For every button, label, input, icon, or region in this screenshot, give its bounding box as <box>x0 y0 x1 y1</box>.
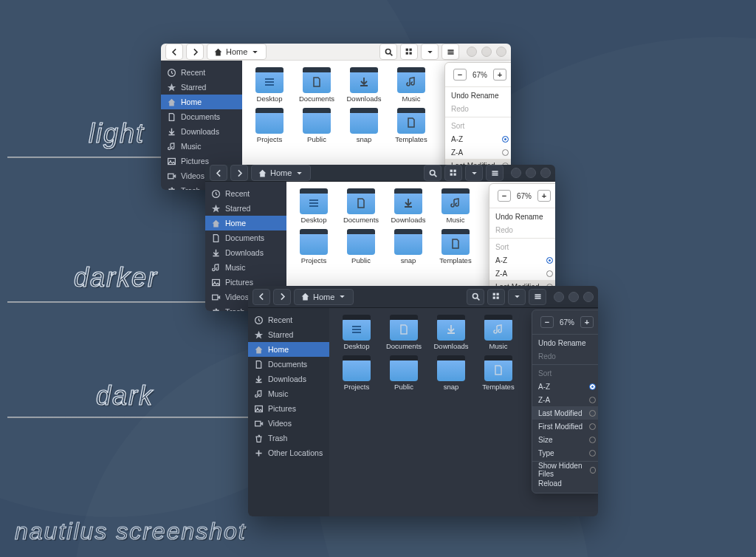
search-button[interactable] <box>467 289 484 305</box>
folder-item[interactable]: Documents <box>385 314 422 350</box>
search-button[interactable] <box>424 165 441 181</box>
folder-item[interactable]: Templates <box>480 355 517 391</box>
forward-button[interactable] <box>230 165 248 181</box>
close-button[interactable] <box>540 168 551 178</box>
folder-item[interactable]: snap <box>346 107 382 143</box>
undo-action[interactable]: Undo Rename <box>445 89 511 102</box>
location-pill[interactable]: Home <box>207 44 267 60</box>
zoom-out-button[interactable]: − <box>498 190 511 202</box>
view-options-button[interactable] <box>421 44 439 60</box>
sort-option[interactable]: Z-A <box>445 146 511 159</box>
zoom-out-button[interactable]: − <box>540 316 554 328</box>
hamburger-button[interactable] <box>486 165 504 181</box>
sidebar-item-recent[interactable]: Recent <box>248 312 329 327</box>
folder-item[interactable]: Desktop <box>338 314 375 350</box>
sidebar-item-starred[interactable]: Starred <box>161 80 242 95</box>
folder-item[interactable]: Music <box>393 66 430 103</box>
sidebar-item-downloads[interactable]: Downloads <box>248 372 329 386</box>
minimize-button[interactable] <box>554 292 564 302</box>
folder-item[interactable]: snap <box>433 355 470 391</box>
sidebar-item-music[interactable]: Music <box>248 386 329 401</box>
sidebar-item-documents[interactable]: Documents <box>161 109 242 124</box>
location-pill[interactable]: Home <box>294 289 354 305</box>
location-label: Home <box>226 47 247 56</box>
sort-option[interactable]: Last Modified <box>532 406 598 420</box>
view-grid-button[interactable] <box>487 289 505 305</box>
sidebar-item-videos[interactable]: Videos <box>248 416 329 431</box>
hamburger-button[interactable] <box>441 44 459 60</box>
folder-item[interactable]: Public <box>385 355 422 391</box>
sort-option[interactable]: A-Z <box>532 380 598 393</box>
sidebar-item-home[interactable]: Home <box>248 342 329 357</box>
sidebar-item-starred[interactable]: Starred <box>205 201 286 216</box>
zoom-in-button[interactable]: + <box>493 69 506 81</box>
zoom-out-button[interactable]: − <box>453 69 467 81</box>
sidebar-item-documents[interactable]: Documents <box>205 230 286 245</box>
folder-icon <box>394 192 422 214</box>
sidebar-item-documents[interactable]: Documents <box>248 357 329 372</box>
folder-item[interactable]: Documents <box>343 188 379 224</box>
folder-item[interactable]: Public <box>343 228 379 264</box>
underline <box>7 301 205 303</box>
sidebar-item-starred[interactable]: Starred <box>248 327 329 342</box>
sidebar-item-recent[interactable]: Recent <box>161 65 242 80</box>
sidebar-item-downloads[interactable]: Downloads <box>205 245 286 260</box>
folder-item[interactable]: Desktop <box>251 66 288 103</box>
sidebar-item-home[interactable]: Home <box>161 95 242 109</box>
sidebar-item-music[interactable]: Music <box>161 139 242 154</box>
folder-item[interactable]: Projects <box>338 355 375 391</box>
folder-item[interactable]: Documents <box>298 66 335 103</box>
sort-option[interactable]: Size <box>532 433 598 446</box>
sidebar-item-downloads[interactable]: Downloads <box>161 124 242 139</box>
zoom-in-button[interactable]: + <box>580 316 594 328</box>
folder-item[interactable]: Downloads <box>433 314 470 350</box>
minimize-button[interactable] <box>511 168 521 178</box>
maximize-button[interactable] <box>568 292 579 302</box>
folder-item[interactable]: Templates <box>393 107 430 143</box>
back-button[interactable] <box>210 165 227 181</box>
view-options-button[interactable] <box>465 165 483 181</box>
forward-button[interactable] <box>273 289 291 305</box>
sidebar-item-recent[interactable]: Recent <box>205 186 286 201</box>
sidebar-item-home[interactable]: Home <box>205 216 286 230</box>
maximize-button[interactable] <box>526 168 536 178</box>
minimize-button[interactable] <box>467 47 477 57</box>
sort-option[interactable]: Type <box>532 446 598 459</box>
folder-item[interactable]: Projects <box>251 107 288 143</box>
sidebar-item-music[interactable]: Music <box>205 260 286 275</box>
sort-option[interactable]: A-Z <box>489 253 555 267</box>
sort-option[interactable]: Z-A <box>532 393 598 406</box>
undo-action[interactable]: Undo Rename <box>532 336 598 349</box>
folder-item[interactable]: Music <box>437 188 474 224</box>
folder-item[interactable]: Downloads <box>390 188 427 224</box>
view-grid-button[interactable] <box>444 165 462 181</box>
folder-item[interactable]: Public <box>298 107 335 143</box>
show-hidden-toggle[interactable]: Show Hidden Files <box>532 463 598 476</box>
sort-option[interactable]: Z-A <box>489 267 555 280</box>
sidebar-item-pictures[interactable]: Pictures <box>248 401 329 416</box>
sidebar-item-other locations[interactable]: Other Locations <box>248 445 329 460</box>
sidebar-item-trash[interactable]: Trash <box>248 431 329 445</box>
view-grid-button[interactable] <box>400 44 418 60</box>
folder-item[interactable]: Music <box>480 314 517 350</box>
undo-action[interactable]: Undo Rename <box>489 210 555 223</box>
forward-button[interactable] <box>186 44 204 60</box>
folder-item[interactable]: snap <box>390 228 427 264</box>
reload-action[interactable]: Reload <box>532 476 598 490</box>
search-button[interactable] <box>379 44 397 60</box>
location-pill[interactable]: Home <box>251 165 311 181</box>
sort-option[interactable]: A-Z <box>445 132 511 146</box>
close-button[interactable] <box>496 47 506 57</box>
view-options-button[interactable] <box>508 289 526 305</box>
folder-item[interactable]: Templates <box>437 228 474 264</box>
close-button[interactable] <box>583 292 594 302</box>
back-button[interactable] <box>165 44 183 60</box>
folder-item[interactable]: Projects <box>295 228 332 264</box>
folder-item[interactable]: Desktop <box>295 188 332 224</box>
maximize-button[interactable] <box>481 47 492 57</box>
zoom-in-button[interactable]: + <box>537 190 551 202</box>
folder-item[interactable]: Downloads <box>346 66 382 103</box>
sort-option[interactable]: First Modified <box>532 420 598 433</box>
hamburger-button[interactable] <box>529 289 546 305</box>
back-button[interactable] <box>252 289 270 305</box>
